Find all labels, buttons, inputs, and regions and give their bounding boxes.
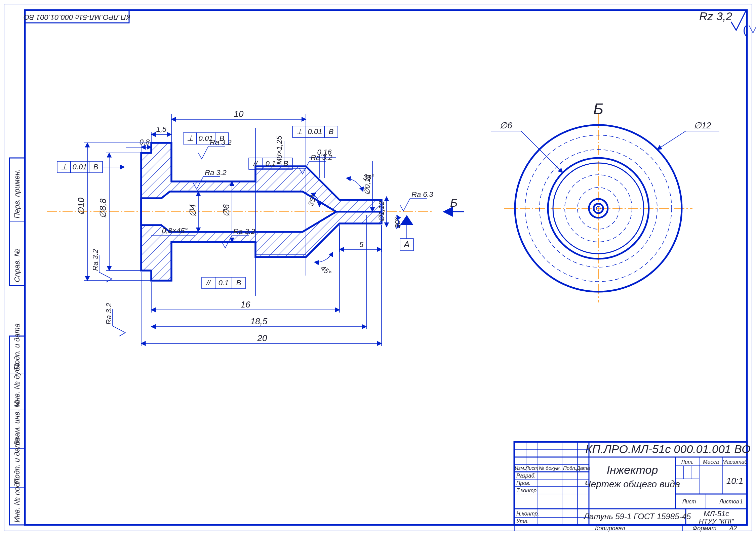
- title-material: Латунь 59-1 ГОСТ 15985-45: [583, 512, 691, 521]
- svg-text:0.01: 0.01: [199, 134, 213, 142]
- svg-text:Формат: Формат: [692, 525, 716, 532]
- dim-angle-45: 45°: [314, 252, 333, 277]
- hatch-bottom: [141, 212, 382, 281]
- svg-text:∅6: ∅6: [221, 204, 231, 217]
- svg-text:Ra 3.2: Ra 3.2: [233, 227, 255, 236]
- svg-text:16: 16: [241, 299, 250, 310]
- svg-text:0,8×45°: 0,8×45°: [162, 227, 188, 235]
- svg-text:Подп.: Подп.: [563, 465, 576, 471]
- svg-text:0.01: 0.01: [73, 163, 87, 171]
- svg-text:∅12: ∅12: [694, 120, 711, 130]
- title-org-2: НТУУ "КПІ": [699, 518, 734, 525]
- svg-line-134: [657, 131, 686, 150]
- dim-dia-8-8: ∅8,8: [98, 153, 141, 271]
- svg-text://: //: [206, 279, 211, 287]
- hatch-top: [141, 143, 382, 212]
- side-strip-label: Подп. и дата: [13, 323, 21, 370]
- svg-text:∅8,8: ∅8,8: [98, 198, 108, 218]
- svg-text:Лист: Лист: [525, 465, 539, 471]
- svg-text:Н.контр.: Н.контр.: [516, 511, 539, 517]
- svg-text:Ra 3.2: Ra 3.2: [205, 168, 227, 177]
- svg-text:⊥: ⊥: [61, 163, 67, 171]
- ra-mark: Ra 3.2: [91, 249, 112, 282]
- view-arrow-b: Б: [444, 196, 464, 212]
- svg-text:B: B: [220, 134, 225, 142]
- side-strip: Инв. № подл. Подп. и дата Взам. инв. № И…: [9, 158, 25, 525]
- dim-dia-12: ∅12: [657, 120, 719, 150]
- svg-text:Ra 6.3: Ra 6.3: [411, 190, 434, 199]
- svg-text:B: B: [283, 159, 288, 168]
- fcf-perp-top2: ⊥ 0.01 B: [292, 126, 338, 137]
- dim-thread: M8×1,25: [275, 135, 284, 166]
- svg-text:Лит.: Лит.: [681, 459, 693, 465]
- ra-mark-63: Ra 6.3: [400, 190, 434, 211]
- svg-text:0.01: 0.01: [308, 127, 322, 136]
- fcf-par-mid: // 0.1 B: [249, 158, 292, 169]
- svg-text:45°: 45°: [319, 264, 333, 278]
- ra-mark: Ra 3.2: [299, 153, 332, 174]
- svg-text:Б: Б: [450, 196, 457, 209]
- title-block: КП.ЛРО.МЛ-51с 000.01.001 ВО Изм. Лист № …: [514, 442, 751, 532]
- global-finish-label: Rz 3,2: [699, 10, 732, 23]
- svg-text:Листов: Листов: [719, 499, 739, 504]
- title-name-1: Інжектор: [607, 463, 658, 476]
- section-view: 10 1,5 0,8 0,16 ∅10: [47, 109, 464, 346]
- view-b: Б ∅6 ∅12: [491, 100, 719, 302]
- svg-text:⊥: ⊥: [187, 134, 193, 142]
- svg-text:(: (: [743, 23, 747, 36]
- svg-text:∅6: ∅6: [500, 120, 512, 130]
- svg-text:∅1,12: ∅1,12: [377, 201, 386, 222]
- svg-text:∅4: ∅4: [188, 204, 198, 217]
- svg-line-131: [521, 131, 563, 173]
- svg-text:Пров.: Пров.: [516, 480, 530, 486]
- dim-len-5: 5: [340, 225, 382, 252]
- fcf-par-bot: // 0.1 B: [202, 277, 245, 289]
- datum-a: А: [400, 215, 413, 251]
- ra-mark: Ra 3.2: [105, 303, 125, 336]
- svg-text:Утв.: Утв.: [516, 519, 528, 524]
- svg-text:1,5: 1,5: [156, 125, 167, 133]
- fcf-perp-top1: ⊥ 0.01 B: [183, 133, 229, 144]
- svg-text:Ra 3.2: Ra 3.2: [91, 249, 100, 271]
- svg-text:0.1: 0.1: [266, 159, 276, 168]
- svg-text:Ra 3.2: Ra 3.2: [311, 153, 332, 162]
- dim-len-0-8: 0,8: [126, 138, 151, 153]
- svg-text:№ докум.: № докум.: [539, 465, 561, 471]
- svg-text:18,5: 18,5: [250, 316, 268, 326]
- title-block-drawing-no: КП.ЛРО.МЛ-51с 000.01.001 ВО: [585, 443, 750, 455]
- svg-text:Разраб.: Разраб.: [516, 473, 536, 479]
- svg-text:0,8: 0,8: [140, 138, 150, 146]
- dim-dia-4: ∅4: [188, 192, 198, 232]
- title-org-1: МЛ-51с: [704, 509, 729, 518]
- svg-text:30°: 30°: [363, 173, 374, 181]
- svg-text:Т.контр.: Т.контр.: [516, 488, 538, 493]
- svg-text:Масса: Масса: [703, 459, 719, 465]
- svg-text:1: 1: [740, 499, 743, 504]
- svg-text:30°: 30°: [393, 217, 402, 229]
- svg-text:Ra 3.2: Ra 3.2: [105, 303, 113, 325]
- svg-text:А2: А2: [729, 525, 737, 532]
- svg-text:Лист: Лист: [682, 499, 696, 504]
- side-strip-label: Перв. примен.: [13, 169, 21, 218]
- dim-angle-30-lower: 30°: [393, 215, 402, 229]
- svg-text:⊥: ⊥: [296, 127, 303, 136]
- svg-text:Копировал: Копировал: [595, 525, 625, 532]
- svg-text:B: B: [329, 127, 334, 136]
- svg-text:B: B: [236, 279, 241, 287]
- svg-text:10: 10: [234, 109, 244, 119]
- svg-text://: //: [253, 159, 258, 168]
- svg-text:20: 20: [257, 333, 267, 343]
- svg-text:Масштаб: Масштаб: [722, 459, 748, 465]
- side-strip-label: Справ. №: [13, 249, 21, 282]
- svg-text:B: B: [93, 163, 98, 171]
- title-name-2: Чертеж общего вида: [585, 479, 680, 489]
- fcf-perp-left: ⊥ 0.01 B: [57, 161, 124, 173]
- scale-value: 10:1: [726, 476, 744, 486]
- svg-text:∅10: ∅10: [76, 198, 86, 215]
- svg-text:0.1: 0.1: [218, 279, 229, 287]
- svg-text:5: 5: [359, 240, 364, 249]
- drawing-number-top-box: КП.ЛРО.МЛ-51с 000.01.001 ВО: [24, 10, 130, 23]
- drawing-number-top: КП.ЛРО.МЛ-51с 000.01.001 ВО: [24, 13, 130, 22]
- svg-text:Дата: Дата: [576, 465, 590, 471]
- svg-text:А: А: [403, 239, 409, 249]
